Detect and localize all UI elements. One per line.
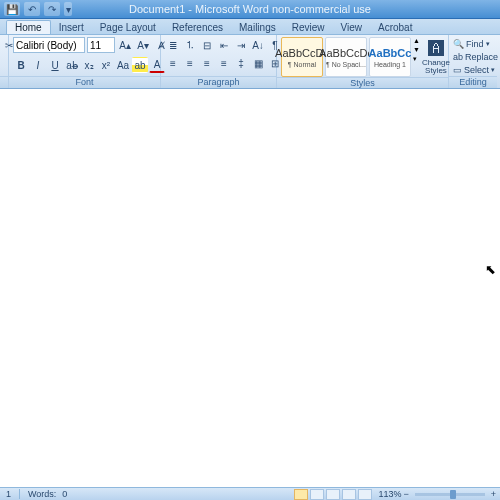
tab-home[interactable]: Home	[6, 20, 51, 34]
group-styles: AaBbCcDc ¶ Normal AaBbCcDc ¶ No Spaci...…	[277, 35, 449, 88]
multilevel-list-button[interactable]: ⊟	[199, 37, 215, 53]
style-label: ¶ No Spaci...	[326, 61, 366, 68]
more-icon: ▾	[413, 55, 420, 63]
underline-button[interactable]: U	[47, 57, 63, 73]
view-draft-button[interactable]	[358, 489, 372, 500]
view-web-layout-button[interactable]	[326, 489, 340, 500]
shading-button[interactable]: ▦	[250, 55, 266, 71]
styles-gallery-expand[interactable]: ▲ ▼ ▾	[413, 37, 420, 63]
tab-mailings[interactable]: Mailings	[231, 21, 284, 34]
tab-references[interactable]: References	[164, 21, 231, 34]
style-label: ¶ Normal	[288, 61, 316, 68]
change-styles-icon: 🅰	[428, 40, 444, 58]
replace-icon: ab	[453, 52, 463, 62]
app-name: Microsoft Word non-commercial use	[195, 3, 371, 15]
group-font: A▴ A▾ Ⱥ B I U ab̶ x₂ x² Aa ab A Font	[9, 35, 161, 88]
qat-customize-icon[interactable]: ▾	[64, 2, 72, 16]
justify-button[interactable]: ≡	[216, 55, 232, 71]
chevron-down-icon: ▼	[413, 46, 420, 53]
words-label: Words:	[28, 489, 56, 499]
align-right-button[interactable]: ≡	[199, 55, 215, 71]
line-spacing-button[interactable]: ‡	[233, 55, 249, 71]
replace-button[interactable]: abReplace	[453, 50, 498, 63]
align-center-button[interactable]: ≡	[182, 55, 198, 71]
view-full-screen-button[interactable]	[310, 489, 324, 500]
tab-insert[interactable]: Insert	[51, 21, 92, 34]
zoom-slider[interactable]	[415, 493, 485, 496]
status-page[interactable]: 1	[6, 489, 11, 499]
font-size-select[interactable]	[87, 37, 115, 53]
tab-review[interactable]: Review	[284, 21, 333, 34]
decrease-indent-button[interactable]: ⇤	[216, 37, 232, 53]
ribbon: ✂ A▴ A▾ Ⱥ B I U ab̶ x₂ x² Aa ab A	[0, 35, 500, 89]
font-family-select[interactable]	[13, 37, 85, 53]
numbering-button[interactable]: ⒈	[182, 37, 198, 53]
replace-label: Replace	[465, 52, 498, 62]
chevron-up-icon: ▲	[413, 37, 420, 44]
zoom-in-button[interactable]: +	[491, 489, 496, 499]
zoom-level[interactable]: 113%	[378, 489, 401, 499]
find-icon: 🔍	[453, 39, 464, 49]
ribbon-tabs: Home Insert Page Layout References Maili…	[0, 19, 500, 35]
style-no-spacing[interactable]: AaBbCcDc ¶ No Spaci...	[325, 37, 367, 77]
sort-button[interactable]: A↓	[250, 37, 266, 53]
bold-button[interactable]: B	[13, 57, 29, 73]
status-bar: 1 Words: 0 113% − +	[0, 487, 500, 500]
select-label: Select	[464, 65, 489, 75]
superscript-button[interactable]: x²	[98, 57, 114, 73]
style-normal[interactable]: AaBbCcDc ¶ Normal	[281, 37, 323, 77]
highlight-button[interactable]: ab	[132, 57, 148, 73]
zoom-out-button[interactable]: −	[403, 489, 408, 499]
style-preview: AaBbCc	[369, 47, 412, 59]
change-styles-button[interactable]: 🅰 Change Styles	[422, 37, 450, 77]
change-case-button[interactable]: Aa	[115, 57, 131, 73]
bullets-button[interactable]: ≣	[165, 37, 181, 53]
subscript-button[interactable]: x₂	[81, 57, 97, 73]
document-name: Document1	[129, 3, 185, 15]
words-count[interactable]: 0	[62, 489, 67, 499]
tab-view[interactable]: View	[333, 21, 371, 34]
zoom-slider-thumb[interactable]	[450, 490, 456, 499]
window-title: Document1 - Microsoft Word non-commercia…	[129, 3, 371, 15]
redo-icon[interactable]: ↷	[44, 2, 60, 16]
undo-icon[interactable]: ↶	[24, 2, 40, 16]
view-print-layout-button[interactable]	[294, 489, 308, 500]
grow-font-icon[interactable]: A▴	[117, 37, 133, 53]
group-label-font: Font	[9, 76, 160, 88]
tab-acrobat[interactable]: Acrobat	[370, 21, 420, 34]
document-canvas[interactable]	[0, 89, 500, 487]
group-clipboard-edge: ✂	[0, 35, 9, 88]
strikethrough-button[interactable]: ab̶	[64, 57, 80, 73]
group-label-editing: Editing	[449, 76, 497, 88]
tab-page-layout[interactable]: Page Layout	[92, 21, 164, 34]
select-icon: ▭	[453, 65, 462, 75]
group-editing: 🔍Find▾ abReplace ▭Select▾ Editing	[449, 35, 497, 88]
find-button[interactable]: 🔍Find▾	[453, 37, 490, 50]
quick-access-toolbar: 💾 ↶ ↷ ▾	[0, 2, 72, 16]
style-heading-1[interactable]: AaBbCc Heading 1	[369, 37, 411, 77]
find-label: Find	[466, 39, 484, 49]
group-paragraph: ≣ ⒈ ⊟ ⇤ ⇥ A↓ ¶ ≡ ≡ ≡ ≡ ‡ ▦ ⊞ Paragraph	[161, 35, 277, 88]
style-preview: AaBbCcDc	[319, 47, 373, 59]
title-bar: 💾 ↶ ↷ ▾ Document1 - Microsoft Word non-c…	[0, 0, 500, 19]
italic-button[interactable]: I	[30, 57, 46, 73]
select-button[interactable]: ▭Select▾	[453, 63, 495, 76]
group-label-styles: Styles	[277, 77, 448, 88]
align-left-button[interactable]: ≡	[165, 55, 181, 71]
divider	[19, 489, 20, 499]
view-outline-button[interactable]	[342, 489, 356, 500]
group-label-paragraph: Paragraph	[161, 76, 276, 88]
style-label: Heading 1	[374, 61, 406, 68]
shrink-font-icon[interactable]: A▾	[135, 37, 151, 53]
save-icon[interactable]: 💾	[4, 2, 20, 16]
increase-indent-button[interactable]: ⇥	[233, 37, 249, 53]
change-styles-label: Change Styles	[422, 59, 450, 75]
